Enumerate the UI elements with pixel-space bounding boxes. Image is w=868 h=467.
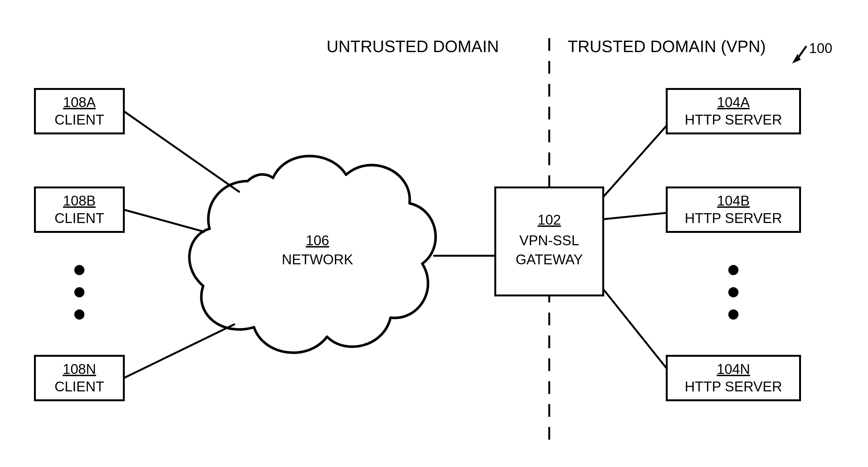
client-b-id: 108B (63, 193, 96, 208)
client-ellipsis (74, 265, 85, 320)
client-n-label: CLIENT (55, 379, 104, 394)
figure-ref-text: 100 (809, 40, 832, 56)
gateway-label1: VPN-SSL (519, 233, 579, 248)
client-b-label: CLIENT (55, 210, 104, 226)
server-n-id: 104N (717, 361, 750, 377)
client-box-a: 108A CLIENT (35, 89, 124, 134)
server-b-label: HTTP SERVER (685, 210, 782, 226)
header-untrusted: UNTRUSTED DOMAIN (327, 37, 499, 56)
figure-ref-marker: 100 (792, 40, 832, 63)
svg-point-11 (728, 265, 739, 275)
client-n-id: 108N (63, 361, 96, 377)
gateway-label2: GATEWAY (516, 252, 583, 267)
gateway-box: 102 VPN-SSL GATEWAY (495, 187, 603, 295)
server-a-label: HTTP SERVER (685, 112, 782, 127)
svg-point-12 (728, 287, 739, 297)
link-gateway-server-a (603, 125, 667, 197)
header-trusted: TRUSTED DOMAIN (VPN) (568, 37, 766, 56)
svg-point-4 (74, 265, 85, 275)
link-client-a-cloud (124, 111, 240, 192)
client-box-b: 108B CLIENT (35, 187, 124, 232)
server-box-a: 104A HTTP SERVER (667, 89, 800, 134)
client-box-n: 108N CLIENT (35, 356, 124, 400)
gateway-id: 102 (537, 212, 561, 228)
link-client-b-cloud (124, 210, 205, 232)
network-cloud: 106 NETWORK (189, 156, 436, 353)
network-label: NETWORK (282, 252, 353, 267)
link-client-n-cloud (124, 324, 235, 378)
server-b-id: 104B (717, 193, 750, 208)
link-gateway-server-b (603, 213, 667, 219)
client-a-id: 108A (63, 94, 96, 110)
svg-point-13 (728, 310, 739, 320)
server-n-label: HTTP SERVER (685, 379, 782, 394)
link-gateway-server-n (603, 289, 667, 369)
svg-point-5 (74, 287, 85, 297)
server-ellipsis (728, 265, 739, 320)
svg-point-6 (74, 310, 85, 320)
server-a-id: 104A (717, 94, 750, 110)
server-box-b: 104B HTTP SERVER (667, 187, 800, 232)
server-box-n: 104N HTTP SERVER (667, 356, 800, 400)
client-a-label: CLIENT (55, 112, 104, 127)
network-id: 106 (306, 233, 329, 248)
